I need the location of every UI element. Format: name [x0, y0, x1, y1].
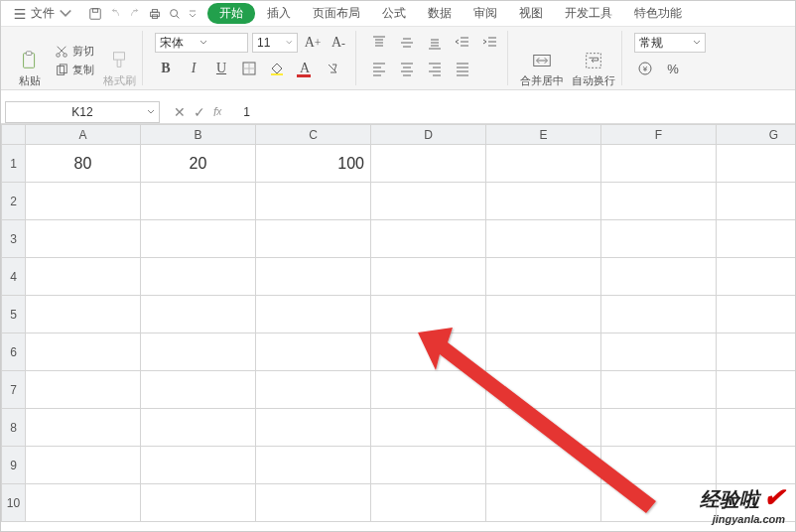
spreadsheet-grid[interactable]: A B C D E F G 1 80 20 100 2 3 4 5 6 7 8 …: [1, 124, 795, 531]
increase-font-icon[interactable]: A+: [302, 33, 324, 53]
cell[interactable]: [26, 371, 141, 409]
decrease-font-icon[interactable]: A-: [328, 33, 349, 53]
justify-icon[interactable]: [452, 59, 473, 78]
format-painter-button[interactable]: 格式刷: [102, 33, 136, 88]
cell[interactable]: [371, 484, 486, 522]
cell[interactable]: [256, 296, 371, 333]
paste-button[interactable]: 粘贴: [13, 33, 47, 88]
number-format-combo[interactable]: 常规: [634, 33, 706, 53]
col-header[interactable]: C: [256, 125, 371, 145]
cell[interactable]: [486, 447, 601, 484]
row-header[interactable]: 9: [2, 447, 26, 484]
cell[interactable]: [486, 409, 601, 447]
italic-button[interactable]: I: [183, 59, 204, 78]
row-header[interactable]: 6: [2, 333, 26, 371]
cell[interactable]: [141, 296, 256, 333]
qat-dropdown-icon[interactable]: [188, 9, 198, 19]
cell[interactable]: [717, 296, 796, 333]
cell[interactable]: [26, 258, 141, 296]
cell[interactable]: [141, 484, 256, 522]
cell[interactable]: [26, 296, 141, 333]
cell[interactable]: [486, 183, 601, 220]
cell[interactable]: [486, 371, 601, 409]
col-header[interactable]: F: [601, 125, 717, 145]
cell[interactable]: [256, 183, 371, 220]
cell[interactable]: [717, 447, 796, 484]
fill-color-button[interactable]: [266, 59, 288, 78]
cell[interactable]: [256, 220, 371, 258]
select-all-corner[interactable]: [2, 125, 26, 145]
percent-button[interactable]: %: [662, 59, 684, 78]
row-header[interactable]: 1: [2, 145, 26, 183]
underline-button[interactable]: U: [210, 59, 232, 78]
name-box[interactable]: K12: [5, 101, 160, 123]
col-header[interactable]: A: [26, 125, 141, 145]
border-button[interactable]: [238, 59, 260, 78]
cell[interactable]: [601, 183, 717, 220]
tab-features[interactable]: 特色功能: [624, 3, 692, 24]
col-header[interactable]: E: [486, 125, 601, 145]
align-bottom-icon[interactable]: [424, 33, 446, 53]
cut-button[interactable]: 剪切: [55, 44, 94, 59]
cell[interactable]: [486, 258, 601, 296]
cell[interactable]: [717, 333, 796, 371]
tab-data[interactable]: 数据: [418, 3, 462, 24]
cell[interactable]: [371, 409, 486, 447]
decrease-indent-icon[interactable]: [452, 33, 473, 53]
cell[interactable]: [371, 220, 486, 258]
cell[interactable]: [26, 484, 141, 522]
col-header[interactable]: B: [141, 125, 256, 145]
cell[interactable]: [256, 333, 371, 371]
cell[interactable]: [717, 258, 796, 296]
align-left-icon[interactable]: [368, 59, 390, 78]
cell[interactable]: [141, 447, 256, 484]
cell[interactable]: 20: [141, 145, 256, 183]
row-header[interactable]: 2: [2, 183, 26, 220]
cell[interactable]: 80: [26, 145, 141, 183]
col-header[interactable]: D: [371, 125, 486, 145]
cell[interactable]: [371, 183, 486, 220]
tab-formula[interactable]: 公式: [372, 3, 416, 24]
cell[interactable]: [601, 258, 717, 296]
fx-icon[interactable]: fx: [213, 105, 221, 119]
cell[interactable]: [601, 447, 717, 484]
cell[interactable]: [601, 409, 717, 447]
cell[interactable]: [486, 333, 601, 371]
font-name-combo[interactable]: 宋体: [155, 33, 248, 53]
cell[interactable]: [141, 183, 256, 220]
align-right-icon[interactable]: [424, 59, 446, 78]
wrap-text-button[interactable]: 自动换行: [572, 33, 615, 88]
print-icon[interactable]: [148, 7, 162, 21]
cell[interactable]: [717, 371, 796, 409]
cell[interactable]: [371, 371, 486, 409]
tab-home[interactable]: 开始: [207, 3, 255, 24]
currency-button[interactable]: ¥: [634, 59, 656, 78]
tab-view[interactable]: 视图: [509, 3, 553, 24]
align-center-icon[interactable]: [396, 59, 418, 78]
cell[interactable]: [141, 333, 256, 371]
cell[interactable]: [601, 145, 717, 183]
cell[interactable]: [717, 409, 796, 447]
clear-format-button[interactable]: [322, 59, 343, 78]
cell[interactable]: [26, 183, 141, 220]
cell[interactable]: [141, 220, 256, 258]
cell[interactable]: [256, 371, 371, 409]
merge-center-button[interactable]: 合并居中: [520, 33, 564, 88]
cell[interactable]: [256, 258, 371, 296]
cell[interactable]: [486, 484, 601, 522]
cell[interactable]: [26, 447, 141, 484]
cell[interactable]: [371, 447, 486, 484]
cell[interactable]: [601, 333, 717, 371]
tab-review[interactable]: 审阅: [464, 3, 507, 24]
formula-input[interactable]: 1: [235, 105, 795, 119]
col-header[interactable]: G: [717, 125, 796, 145]
cell[interactable]: [486, 145, 601, 183]
align-top-icon[interactable]: [368, 33, 390, 53]
cancel-icon[interactable]: ✕: [174, 104, 186, 120]
cell[interactable]: [141, 258, 256, 296]
cell[interactable]: [371, 333, 486, 371]
row-header[interactable]: 3: [2, 220, 26, 258]
tab-insert[interactable]: 插入: [257, 3, 301, 24]
row-header[interactable]: 8: [2, 409, 26, 447]
row-header[interactable]: 4: [2, 258, 26, 296]
